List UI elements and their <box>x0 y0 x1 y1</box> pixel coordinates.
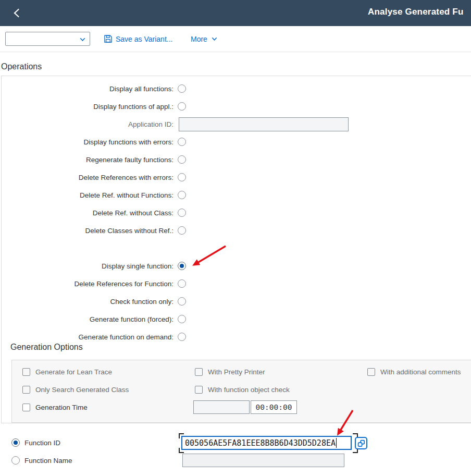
generate-for-lean-trace-option: Generate for Lean Trace <box>22 363 112 381</box>
application-id-input <box>179 117 349 131</box>
value-help-icon <box>357 439 366 448</box>
delete-ref-without-functions-radio[interactable] <box>178 191 186 199</box>
generate-function-on-demand-radio[interactable] <box>178 333 186 341</box>
generation-date-input <box>193 400 250 414</box>
row-delete-classes-without-ref: Delete Classes without Ref.: <box>0 222 186 239</box>
field-label: Generate function (forced): <box>0 315 173 323</box>
field-label: Delete Classes without Ref.: <box>0 227 173 235</box>
shell-header: Analyse Generated Fu <box>0 0 471 26</box>
with-pretty-printer-option: With Pretty Printer <box>195 363 265 381</box>
more-menu-button[interactable]: More <box>191 32 218 46</box>
row-function-id: Function ID <box>7 434 60 451</box>
field-label: Check function only: <box>0 298 173 306</box>
with-function-object-check-option: With function object check <box>195 381 290 398</box>
checkbox-label: With Pretty Printer <box>208 368 265 376</box>
generation-options-group-title: Generation Options <box>10 343 83 352</box>
row-delete-ref-without-class: Delete Ref. without Class: <box>0 204 186 222</box>
field-label: Regenerate faulty functions: <box>0 156 173 164</box>
operations-group-title: Operations <box>1 62 42 71</box>
field-label: Delete References with errors: <box>0 174 173 181</box>
row-check-function-only: Check function only: <box>0 292 186 310</box>
generate-function-forced-radio[interactable] <box>178 315 186 323</box>
chevron-down-icon <box>79 35 86 45</box>
save-icon <box>104 34 113 43</box>
delete-references-with-errors-radio[interactable] <box>178 173 186 181</box>
row-display-single-function: Display single function: <box>0 257 186 275</box>
analyse-generated-functions-page: Analyse Generated Fu Save as Variant... … <box>0 0 471 476</box>
generate-for-lean-trace-checkbox <box>22 368 30 376</box>
chevron-left-icon <box>12 8 21 18</box>
generation-time-option: Generation Time <box>22 398 88 416</box>
field-label: Display functions with errors: <box>0 138 173 146</box>
row-display-functions-with-errors: Display functions with errors: <box>0 133 186 151</box>
field-label: Display single function: <box>0 262 173 270</box>
function-id-input[interactable]: 005056AE5FA81EEE8B8B6D43DD5D28EA <box>181 436 352 450</box>
back-button[interactable] <box>10 7 23 19</box>
delete-references-for-function-radio[interactable] <box>178 279 186 288</box>
page-title: Analyse Generated Fu <box>368 7 464 17</box>
function-id-radio[interactable] <box>11 438 20 447</box>
variant-select[interactable] <box>5 32 90 46</box>
display-single-function-radio[interactable] <box>178 262 186 270</box>
row-function-name: Function Name <box>7 451 72 469</box>
function-id-value: 005056AE5FA81EEE8B8B6D43DD5D28EA <box>185 438 336 448</box>
field-label: Display functions of appl.: <box>0 103 173 111</box>
with-function-object-check-checkbox <box>195 386 203 394</box>
text-cursor <box>336 438 337 448</box>
check-function-only-radio[interactable] <box>178 297 186 306</box>
row-display-all-functions: Display all functions: <box>0 80 186 97</box>
row-delete-references-with-errors: Delete References with errors: <box>0 168 186 186</box>
with-pretty-printer-checkbox <box>195 368 203 376</box>
generation-time-checkbox[interactable] <box>22 404 30 411</box>
row-regenerate-faulty-functions: Regenerate faulty functions: <box>0 151 186 168</box>
field-label: Display all functions: <box>0 85 173 93</box>
function-name-input <box>182 454 344 467</box>
value-help-button[interactable] <box>355 437 367 449</box>
row-generate-function-forced: Generate function (forced): <box>0 310 186 328</box>
function-name-label: Function Name <box>24 457 72 465</box>
save-as-variant-button[interactable]: Save as Variant... <box>104 32 172 46</box>
row-application-id: Application ID: <box>0 115 349 133</box>
display-functions-of-appl-radio[interactable] <box>178 102 186 111</box>
field-label: Delete Ref. without Functions: <box>0 191 173 199</box>
function-name-radio[interactable] <box>11 456 20 465</box>
row-display-functions-of-appl: Display functions of appl.: <box>0 97 186 115</box>
field-label: Application ID: <box>0 120 173 128</box>
field-label: Delete References for Function: <box>0 280 173 288</box>
chevron-down-icon <box>210 35 218 43</box>
field-label: Delete Ref. without Class: <box>0 209 173 217</box>
function-id-label: Function ID <box>24 439 60 447</box>
row-delete-references-for-function: Delete References for Function: <box>0 275 186 292</box>
checkbox-label: Generation Time <box>35 404 88 411</box>
regenerate-faulty-functions-radio[interactable] <box>178 155 186 164</box>
toolbar: Save as Variant... More <box>0 26 471 52</box>
more-label: More <box>191 35 207 43</box>
with-additional-comments-checkbox <box>367 368 375 376</box>
checkbox-label: With function object check <box>208 386 290 394</box>
generation-time-input[interactable]: 00:00:00 <box>251 400 297 414</box>
delete-classes-without-ref-radio[interactable] <box>178 226 186 235</box>
field-label: Generate function on demand: <box>0 333 173 341</box>
checkbox-label: Only Search Generated Class <box>35 386 129 394</box>
save-as-variant-label: Save as Variant... <box>116 35 172 43</box>
only-search-generated-class-option: Only Search Generated Class <box>22 381 129 398</box>
display-functions-with-errors-radio[interactable] <box>178 138 186 146</box>
toolbar-divider <box>0 52 471 52</box>
delete-ref-without-class-radio[interactable] <box>178 209 186 217</box>
checkbox-label: With additional comments <box>380 368 461 376</box>
only-search-generated-class-checkbox <box>22 386 30 394</box>
display-all-functions-radio[interactable] <box>178 84 186 93</box>
with-additional-comments-option: With additional comments <box>367 363 461 381</box>
row-delete-ref-without-functions: Delete Ref. without Functions: <box>0 186 186 204</box>
checkbox-label: Generate for Lean Trace <box>35 368 112 376</box>
